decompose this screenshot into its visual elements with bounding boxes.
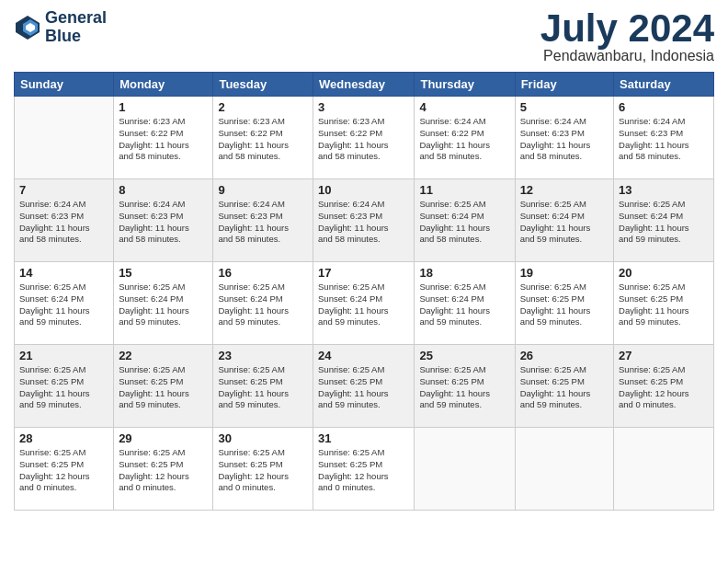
- day-info: Sunrise: 6:23 AMSunset: 6:22 PMDaylight:…: [218, 116, 308, 163]
- logo-line2: Blue: [45, 28, 107, 46]
- logo-text: General Blue: [45, 9, 107, 46]
- col-header-thursday: Thursday: [415, 73, 515, 97]
- day-number: 25: [419, 349, 509, 362]
- calendar-cell: 29Sunrise: 6:25 AMSunset: 6:25 PMDayligh…: [114, 428, 213, 511]
- day-number: 11: [419, 183, 509, 197]
- calendar-cell: 14Sunrise: 6:25 AMSunset: 6:24 PMDayligh…: [15, 262, 114, 345]
- day-number: 18: [419, 266, 509, 280]
- day-info: Sunrise: 6:24 AMSunset: 6:23 PMDaylight:…: [318, 199, 409, 246]
- calendar-cell: 25Sunrise: 6:25 AMSunset: 6:25 PMDayligh…: [415, 345, 515, 428]
- calendar-row-5: 28Sunrise: 6:25 AMSunset: 6:25 PMDayligh…: [15, 428, 714, 511]
- header: General Blue July 2024 Pendawanbaru, Ind…: [14, 9, 714, 64]
- day-info: Sunrise: 6:25 AMSunset: 6:24 PMDaylight:…: [419, 282, 509, 328]
- day-number: 10: [318, 183, 409, 197]
- calendar-cell: 4Sunrise: 6:24 AMSunset: 6:22 PMDaylight…: [415, 97, 515, 179]
- calendar-row-4: 21Sunrise: 6:25 AMSunset: 6:25 PMDayligh…: [15, 345, 714, 428]
- day-info: Sunrise: 6:25 AMSunset: 6:24 PMDaylight:…: [619, 199, 709, 246]
- title-block: July 2024 Pendawanbaru, Indonesia: [540, 9, 714, 64]
- calendar-cell: 24Sunrise: 6:25 AMSunset: 6:25 PMDayligh…: [313, 345, 415, 428]
- calendar-cell: 3Sunrise: 6:23 AMSunset: 6:22 PMDaylight…: [313, 97, 415, 179]
- calendar-cell: 9Sunrise: 6:24 AMSunset: 6:23 PMDaylight…: [213, 179, 313, 262]
- day-number: 7: [19, 183, 108, 197]
- day-number: 13: [619, 183, 709, 197]
- day-info: Sunrise: 6:25 AMSunset: 6:24 PMDaylight:…: [218, 282, 308, 328]
- calendar-cell: 10Sunrise: 6:24 AMSunset: 6:23 PMDayligh…: [313, 179, 415, 262]
- calendar-cell: 15Sunrise: 6:25 AMSunset: 6:24 PMDayligh…: [114, 262, 213, 345]
- day-info: Sunrise: 6:25 AMSunset: 6:24 PMDaylight:…: [119, 282, 208, 328]
- calendar-cell: 6Sunrise: 6:24 AMSunset: 6:23 PMDaylight…: [614, 97, 714, 179]
- calendar-cell: 17Sunrise: 6:25 AMSunset: 6:24 PMDayligh…: [313, 262, 415, 345]
- day-number: 24: [318, 349, 409, 362]
- day-number: 21: [19, 349, 108, 362]
- calendar-cell: 5Sunrise: 6:24 AMSunset: 6:23 PMDaylight…: [515, 97, 613, 179]
- calendar-cell: 12Sunrise: 6:25 AMSunset: 6:24 PMDayligh…: [515, 179, 613, 262]
- day-info: Sunrise: 6:23 AMSunset: 6:22 PMDaylight:…: [119, 116, 208, 163]
- day-info: Sunrise: 6:25 AMSunset: 6:25 PMDaylight:…: [218, 447, 308, 494]
- calendar-cell: 7Sunrise: 6:24 AMSunset: 6:23 PMDaylight…: [15, 179, 114, 262]
- day-number: 1: [119, 100, 208, 114]
- calendar-cell: 13Sunrise: 6:25 AMSunset: 6:24 PMDayligh…: [614, 179, 714, 262]
- day-info: Sunrise: 6:25 AMSunset: 6:25 PMDaylight:…: [19, 447, 108, 494]
- calendar-header-row: SundayMondayTuesdayWednesdayThursdayFrid…: [15, 73, 714, 97]
- day-number: 3: [318, 100, 409, 114]
- day-info: Sunrise: 6:24 AMSunset: 6:23 PMDaylight:…: [119, 199, 208, 246]
- calendar-cell: [614, 428, 714, 511]
- calendar-cell: 20Sunrise: 6:25 AMSunset: 6:25 PMDayligh…: [614, 262, 714, 345]
- calendar-cell: 21Sunrise: 6:25 AMSunset: 6:25 PMDayligh…: [15, 345, 114, 428]
- calendar-cell: 31Sunrise: 6:25 AMSunset: 6:25 PMDayligh…: [313, 428, 415, 511]
- day-info: Sunrise: 6:25 AMSunset: 6:25 PMDaylight:…: [119, 447, 208, 494]
- day-number: 5: [520, 100, 609, 114]
- col-header-sunday: Sunday: [15, 73, 114, 97]
- day-info: Sunrise: 6:25 AMSunset: 6:25 PMDaylight:…: [318, 364, 409, 411]
- day-number: 9: [218, 183, 308, 197]
- col-header-friday: Friday: [515, 73, 613, 97]
- day-info: Sunrise: 6:24 AMSunset: 6:22 PMDaylight:…: [419, 116, 509, 163]
- day-info: Sunrise: 6:25 AMSunset: 6:24 PMDaylight:…: [19, 282, 108, 328]
- day-info: Sunrise: 6:25 AMSunset: 6:25 PMDaylight:…: [218, 364, 308, 411]
- day-number: 14: [19, 266, 108, 280]
- col-header-monday: Monday: [114, 73, 213, 97]
- day-number: 17: [318, 266, 409, 280]
- calendar-cell: [515, 428, 613, 511]
- calendar-cell: [415, 428, 515, 511]
- day-number: 16: [218, 266, 308, 280]
- day-number: 15: [119, 266, 208, 280]
- day-info: Sunrise: 6:24 AMSunset: 6:23 PMDaylight:…: [619, 116, 709, 163]
- calendar-cell: 8Sunrise: 6:24 AMSunset: 6:23 PMDaylight…: [114, 179, 213, 262]
- day-number: 31: [318, 431, 409, 445]
- month-title: July 2024: [540, 9, 714, 48]
- calendar-cell: 18Sunrise: 6:25 AMSunset: 6:24 PMDayligh…: [415, 262, 515, 345]
- day-number: 26: [520, 349, 609, 362]
- day-info: Sunrise: 6:25 AMSunset: 6:25 PMDaylight:…: [19, 364, 108, 411]
- calendar-cell: 23Sunrise: 6:25 AMSunset: 6:25 PMDayligh…: [213, 345, 313, 428]
- page: General Blue July 2024 Pendawanbaru, Ind…: [0, 0, 728, 563]
- col-header-wednesday: Wednesday: [313, 73, 415, 97]
- col-header-tuesday: Tuesday: [213, 73, 313, 97]
- day-number: 4: [419, 100, 509, 114]
- day-number: 22: [119, 349, 208, 362]
- day-info: Sunrise: 6:25 AMSunset: 6:25 PMDaylight:…: [419, 364, 509, 411]
- calendar-cell: 19Sunrise: 6:25 AMSunset: 6:25 PMDayligh…: [515, 262, 613, 345]
- calendar-table: SundayMondayTuesdayWednesdayThursdayFrid…: [14, 72, 714, 511]
- location: Pendawanbaru, Indonesia: [540, 48, 714, 64]
- day-number: 2: [218, 100, 308, 114]
- day-number: 27: [619, 349, 709, 362]
- calendar-cell: 30Sunrise: 6:25 AMSunset: 6:25 PMDayligh…: [213, 428, 313, 511]
- day-info: Sunrise: 6:25 AMSunset: 6:25 PMDaylight:…: [119, 364, 208, 411]
- logo-line1: General: [45, 9, 107, 28]
- calendar-row-2: 7Sunrise: 6:24 AMSunset: 6:23 PMDaylight…: [15, 179, 714, 262]
- calendar-row-3: 14Sunrise: 6:25 AMSunset: 6:24 PMDayligh…: [15, 262, 714, 345]
- calendar-cell: 2Sunrise: 6:23 AMSunset: 6:22 PMDaylight…: [213, 97, 313, 179]
- day-info: Sunrise: 6:25 AMSunset: 6:24 PMDaylight:…: [520, 199, 609, 246]
- day-number: 20: [619, 266, 709, 280]
- day-info: Sunrise: 6:24 AMSunset: 6:23 PMDaylight:…: [218, 199, 308, 246]
- calendar-row-1: 1Sunrise: 6:23 AMSunset: 6:22 PMDaylight…: [15, 97, 714, 179]
- logo: General Blue: [14, 9, 107, 46]
- day-info: Sunrise: 6:25 AMSunset: 6:24 PMDaylight:…: [318, 282, 409, 328]
- day-info: Sunrise: 6:25 AMSunset: 6:25 PMDaylight:…: [318, 447, 409, 494]
- day-number: 28: [19, 431, 108, 445]
- day-info: Sunrise: 6:23 AMSunset: 6:22 PMDaylight:…: [318, 116, 409, 163]
- calendar-cell: 11Sunrise: 6:25 AMSunset: 6:24 PMDayligh…: [415, 179, 515, 262]
- day-number: 19: [520, 266, 609, 280]
- day-info: Sunrise: 6:25 AMSunset: 6:25 PMDaylight:…: [520, 282, 609, 328]
